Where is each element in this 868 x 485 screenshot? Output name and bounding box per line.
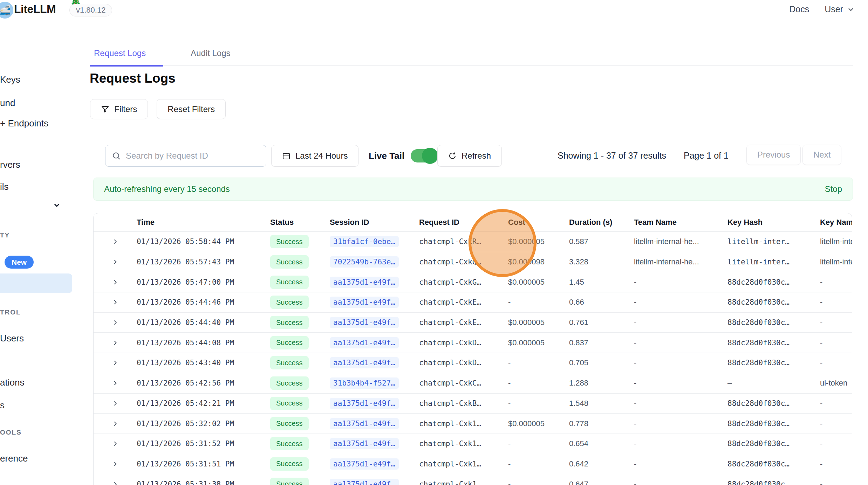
expand-row-chevron-icon[interactable] bbox=[111, 460, 119, 468]
session-id-link[interactable]: 31b3b4b4-f527… bbox=[330, 377, 399, 389]
expand-row-chevron-icon[interactable] bbox=[111, 319, 119, 326]
cell-team-name: litellm-internal-he... bbox=[634, 237, 727, 246]
table-row[interactable]: 01/13/2026 05:57:43 PM Success 7022549b-… bbox=[94, 252, 852, 272]
table-row[interactable]: 01/13/2026 05:44:46 PM Success aa1375d1-… bbox=[94, 292, 852, 313]
tab-audit-logs[interactable]: Audit Logs bbox=[186, 48, 235, 65]
expand-row-chevron-icon[interactable] bbox=[111, 420, 119, 428]
session-id-link[interactable]: aa1375d1-e49f… bbox=[330, 458, 399, 470]
status-badge: Success bbox=[270, 397, 309, 410]
sidebar-item-logs-selected[interactable] bbox=[0, 273, 72, 293]
column-header: Duration (s) bbox=[569, 218, 634, 227]
table-row[interactable]: 01/13/2026 05:32:02 PM Success aa1375d1-… bbox=[94, 414, 852, 434]
cell-time: 01/13/2026 05:44:08 PM bbox=[137, 339, 270, 347]
search-box[interactable] bbox=[105, 145, 266, 167]
cell-team-name: - bbox=[634, 338, 727, 347]
table-row[interactable]: 01/13/2026 05:31:51 PM Success aa1375d1-… bbox=[94, 454, 852, 474]
sidebar-item-users[interactable]: Users bbox=[0, 333, 24, 344]
calendar-icon bbox=[282, 152, 291, 160]
cell-duration: 0.587 bbox=[569, 237, 634, 246]
session-id-link[interactable]: aa1375d1-e49f… bbox=[330, 398, 399, 409]
cell-duration: 1.45 bbox=[569, 278, 634, 287]
live-tail-toggle[interactable] bbox=[411, 149, 436, 162]
expand-row-chevron-icon[interactable] bbox=[111, 298, 119, 306]
request-logs-table: TimeStatusSession IDRequest IDCostDurati… bbox=[93, 213, 852, 485]
status-badge: Success bbox=[270, 276, 309, 289]
column-header: Team Name bbox=[634, 218, 727, 227]
expand-row-chevron-icon[interactable] bbox=[111, 440, 119, 448]
litellm-logo[interactable]: 🚅 bbox=[0, 2, 13, 19]
expand-row-chevron-icon[interactable] bbox=[111, 400, 119, 407]
cell-key-hash: litellm-inter… bbox=[727, 237, 820, 246]
cell-duration: 0.705 bbox=[569, 358, 634, 367]
expand-row-chevron-icon[interactable] bbox=[111, 339, 119, 347]
session-id-link[interactable]: 31bfa1cf-0ebe… bbox=[330, 236, 399, 247]
session-id-link[interactable]: aa1375d1-e49f… bbox=[330, 317, 399, 328]
session-id-link[interactable]: aa1375d1-e49f… bbox=[330, 418, 399, 429]
cell-cost: $0.000005 bbox=[508, 237, 569, 246]
cell-key-name: - bbox=[820, 480, 852, 485]
table-row[interactable]: 01/13/2026 05:44:08 PM Success aa1375d1-… bbox=[94, 333, 852, 353]
docs-link[interactable]: Docs bbox=[789, 4, 809, 14]
sidebar-item-organizations[interactable]: ations bbox=[0, 377, 24, 388]
tab-request-logs[interactable]: Request Logs bbox=[90, 48, 163, 67]
cell-key-hash: 88dc28d0f030c… bbox=[727, 278, 820, 286]
page-title: Request Logs bbox=[90, 71, 176, 86]
cell-time: 01/13/2026 05:31:38 PM bbox=[137, 480, 270, 485]
filters-button-label: Filters bbox=[114, 104, 137, 114]
cell-team-name: - bbox=[634, 278, 727, 287]
cell-key-name: - bbox=[820, 439, 852, 448]
cell-key-hash: 88dc28d0f030c… bbox=[727, 298, 820, 306]
brand-title: LiteLLM bbox=[14, 3, 56, 16]
table-row[interactable]: 01/13/2026 05:47:00 PM Success aa1375d1-… bbox=[94, 272, 852, 292]
table-row[interactable]: 01/13/2026 05:42:56 PM Success 31b3b4b4-… bbox=[94, 373, 852, 394]
table-row[interactable]: 01/13/2026 05:31:38 PM Success aa1375d1-… bbox=[94, 474, 852, 485]
expand-row-chevron-icon[interactable] bbox=[111, 480, 119, 485]
status-badge: Success bbox=[270, 376, 309, 390]
table-header-row: TimeStatusSession IDRequest IDCostDurati… bbox=[94, 213, 852, 232]
expand-row-chevron-icon[interactable] bbox=[111, 278, 119, 286]
user-menu[interactable]: User bbox=[825, 4, 855, 14]
table-row[interactable]: 01/13/2026 05:43:40 PM Success aa1375d1-… bbox=[94, 353, 852, 373]
table-row[interactable]: 01/13/2026 05:44:40 PM Success aa1375d1-… bbox=[94, 313, 852, 333]
table-row[interactable]: 01/13/2026 05:42:21 PM Success aa1375d1-… bbox=[94, 394, 852, 414]
session-id-link[interactable]: aa1375d1-e49f… bbox=[330, 337, 399, 348]
sidebar-item-inference[interactable]: erence bbox=[0, 453, 28, 464]
session-id-link[interactable]: aa1375d1-e49f… bbox=[330, 438, 399, 449]
expand-row-chevron-icon[interactable] bbox=[111, 379, 119, 387]
status-badge: Success bbox=[270, 457, 309, 471]
table-row[interactable]: 01/13/2026 05:58:44 PM Success 31bfa1cf-… bbox=[94, 232, 852, 252]
user-menu-label: User bbox=[825, 4, 843, 14]
reset-filters-button[interactable]: Reset Filters bbox=[157, 99, 226, 119]
refresh-button[interactable]: Refresh bbox=[437, 145, 502, 167]
expand-row-chevron-icon[interactable] bbox=[111, 238, 119, 245]
table-row[interactable]: 01/13/2026 05:31:52 PM Success aa1375d1-… bbox=[94, 434, 852, 454]
session-id-link[interactable]: aa1375d1-e49f… bbox=[330, 357, 399, 368]
session-id-link[interactable]: aa1375d1-e49f… bbox=[330, 277, 399, 288]
next-page-button[interactable]: Next bbox=[802, 145, 841, 165]
session-id-link[interactable]: aa1375d1-e49f… bbox=[330, 297, 399, 308]
previous-page-button[interactable]: Previous bbox=[746, 145, 801, 165]
expand-row-chevron-icon[interactable] bbox=[111, 258, 119, 266]
expand-row-chevron-icon[interactable] bbox=[111, 359, 119, 367]
filters-button[interactable]: Filters bbox=[90, 99, 148, 119]
session-id-link[interactable]: 7022549b-763e… bbox=[330, 256, 399, 268]
cell-request-id: chatcmpl-Cxk1… bbox=[419, 480, 508, 485]
status-badge: Success bbox=[270, 316, 309, 329]
cell-key-name: - bbox=[820, 358, 852, 367]
cell-request-id: chatcmpl-CxkD… bbox=[419, 359, 508, 367]
sidebar-item-models-endpoints[interactable]: + Endpoints bbox=[0, 118, 48, 129]
status-badge: Success bbox=[270, 356, 309, 369]
cell-duration: 1.548 bbox=[569, 399, 634, 408]
search-input[interactable] bbox=[126, 151, 260, 161]
sidebar-collapse-chevron-icon[interactable] bbox=[53, 201, 61, 209]
stop-auto-refresh-link[interactable]: Stop bbox=[825, 184, 842, 194]
sidebar-item-teams[interactable]: s bbox=[0, 400, 5, 411]
sidebar-item-keys[interactable]: Keys bbox=[0, 74, 20, 85]
cell-key-hash: – bbox=[727, 379, 820, 387]
status-badge: Success bbox=[270, 478, 309, 485]
session-id-link[interactable]: aa1375d1-e49f… bbox=[330, 479, 399, 485]
sidebar-item-guardrails[interactable]: ils bbox=[0, 181, 9, 192]
time-range-button[interactable]: Last 24 Hours bbox=[271, 145, 358, 167]
cell-request-id: chatcmpl-CxkD… bbox=[419, 339, 508, 347]
sidebar-item-playground[interactable]: und bbox=[0, 98, 15, 109]
